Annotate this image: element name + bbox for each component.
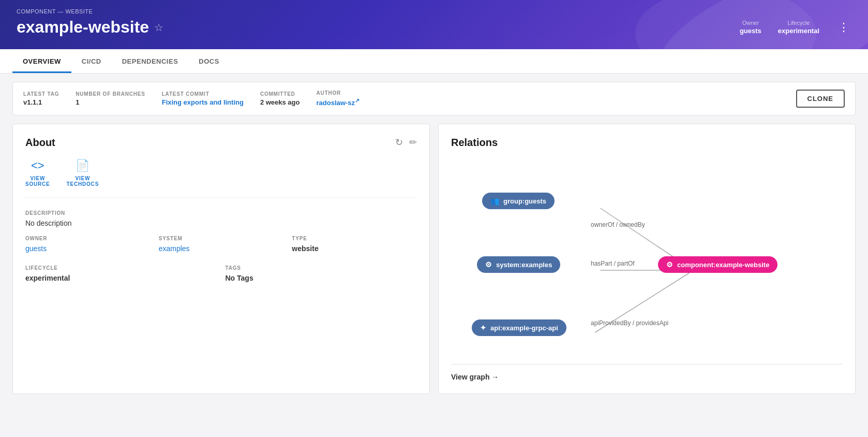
haspart-label: hasPart / partOf <box>591 260 635 267</box>
tags-value: No Tags <box>226 274 417 282</box>
relations-title: Relations <box>451 137 843 149</box>
tab-cicd[interactable]: CI/CD <box>71 49 112 73</box>
author-field: AUTHOR radoslaw-sz↗ <box>316 90 359 107</box>
edit-icon[interactable]: ✏ <box>409 137 417 148</box>
main-content: LATEST TAG v1.1.1 NUMBER OF BRANCHES 1 L… <box>0 74 868 402</box>
system-value[interactable]: examples <box>159 244 284 253</box>
view-techdocs-link[interactable]: 📄 VIEWTECHDOCS <box>67 159 99 187</box>
view-graph-link[interactable]: View graph → <box>451 364 843 381</box>
description-label: DESCRIPTION <box>25 210 417 216</box>
graph-node-group-guests[interactable]: 👥 group:guests <box>482 193 555 209</box>
refresh-icon[interactable]: ↻ <box>395 137 403 148</box>
latest-tag-label: LATEST TAG <box>23 91 59 97</box>
committed-field: COMMITTED 2 weeks ago <box>260 91 300 106</box>
lifecycle-value: experimental <box>778 27 819 35</box>
relations-card: Relations 👥 group:guests ownerOf / owned… <box>438 124 856 394</box>
owner-label: Owner <box>740 20 761 26</box>
group-guests-label: group:guests <box>503 197 546 205</box>
api-grpc-label: api:example-grpc-api <box>490 324 558 332</box>
lifecycle-section-label: LIFECYCLE <box>25 265 217 271</box>
latest-commit-field: LATEST COMMIT Fixing exports and linting <box>162 91 244 106</box>
system-icon: ⚙ <box>485 260 492 269</box>
graph-node-api-grpc[interactable]: ✦ api:example-grpc-api <box>472 319 566 336</box>
nav-tabs: OVERVIEW CI/CD DEPENDENCIES DOCS <box>0 49 868 74</box>
description-section: DESCRIPTION No description <box>25 210 417 227</box>
view-source-label: VIEWSOURCE <box>25 176 50 187</box>
about-actions: ↻ ✏ <box>395 137 417 148</box>
component-website-label: component:example-website <box>677 261 769 269</box>
source-code-icon: <> <box>31 159 44 172</box>
about-links: <> VIEWSOURCE 📄 VIEWTECHDOCS <box>25 159 417 198</box>
header-metadata: Owner guests Lifecycle experimental ⋮ <box>740 19 851 36</box>
relations-graph: 👥 group:guests ownerOf / ownedBy ⚙ syste… <box>451 159 843 356</box>
committed-label: COMMITTED <box>260 91 300 97</box>
tab-dependencies[interactable]: DEPENDENCIES <box>112 49 189 73</box>
about-title: About <box>25 137 55 149</box>
type-value: website <box>292 244 417 253</box>
system-section: SYSTEM examples <box>159 236 284 261</box>
document-icon: 📄 <box>76 159 89 172</box>
owner-meta: Owner guests <box>740 20 761 35</box>
author-label: AUTHOR <box>316 90 359 96</box>
branches-label: NUMBER OF BRANCHES <box>76 91 145 97</box>
tab-overview[interactable]: OVERVIEW <box>12 49 71 73</box>
favorite-icon[interactable]: ☆ <box>154 21 163 34</box>
description-value: No description <box>25 219 417 227</box>
content-columns: About ↻ ✏ <> VIEWSOURCE 📄 VIEWTECHDOCS D… <box>12 124 856 394</box>
lifecycle-label: Lifecycle <box>778 20 819 26</box>
owner-section-value[interactable]: guests <box>25 244 151 253</box>
group-icon: 👥 <box>490 197 499 205</box>
lifecycle-section: LIFECYCLE experimental <box>25 265 217 290</box>
committed-value: 2 weeks ago <box>260 98 300 106</box>
latest-commit-value[interactable]: Fixing exports and linting <box>162 98 244 106</box>
branches-field: NUMBER OF BRANCHES 1 <box>76 91 145 106</box>
api-icon: ✦ <box>480 324 486 332</box>
type-label: TYPE <box>292 236 417 241</box>
graph-node-system-examples[interactable]: ⚙ system:examples <box>477 256 560 273</box>
breadcrumb: COMPONENT — WEBSITE <box>17 8 851 14</box>
component-icon: ⚙ <box>666 260 673 269</box>
lifecycle-meta: Lifecycle experimental <box>778 20 819 35</box>
latest-tag-value: v1.1.1 <box>23 98 59 106</box>
view-source-link[interactable]: <> VIEWSOURCE <box>25 159 50 187</box>
view-techdocs-label: VIEWTECHDOCS <box>67 176 99 187</box>
apiprovidedby-label: apiProvidedBy / providesApi <box>591 319 668 327</box>
author-value[interactable]: radoslaw-sz↗ <box>316 97 359 107</box>
about-header: About ↻ ✏ <box>25 137 417 159</box>
owner-section: OWNER guests <box>25 236 151 261</box>
git-info-bar: LATEST TAG v1.1.1 NUMBER OF BRANCHES 1 L… <box>12 82 856 115</box>
graph-node-component-website[interactable]: ⚙ component:example-website <box>658 256 777 273</box>
tab-docs[interactable]: DOCS <box>188 49 230 73</box>
type-section: TYPE website <box>292 236 417 261</box>
latest-tag-field: LATEST TAG v1.1.1 <box>23 91 59 106</box>
meta-grid-bottom: LIFECYCLE experimental TAGS No Tags <box>25 265 417 290</box>
page-title: example-website <box>17 18 149 37</box>
ownerof-label: ownerOf / ownedBy <box>591 221 645 228</box>
system-label: SYSTEM <box>159 236 284 241</box>
tags-section: TAGS No Tags <box>226 265 417 290</box>
tags-label: TAGS <box>226 265 417 271</box>
meta-grid-top: OWNER guests SYSTEM examples TYPE websit… <box>25 236 417 261</box>
branches-value: 1 <box>76 98 145 106</box>
latest-commit-label: LATEST COMMIT <box>162 91 244 97</box>
page-header: COMPONENT — WEBSITE example-website ☆ Ow… <box>0 0 868 49</box>
lifecycle-section-value: experimental <box>25 274 217 282</box>
view-graph-label: View graph → <box>451 373 499 381</box>
about-card: About ↻ ✏ <> VIEWSOURCE 📄 VIEWTECHDOCS D… <box>12 124 430 394</box>
owner-value: guests <box>740 27 761 35</box>
system-examples-label: system:examples <box>496 261 552 269</box>
more-options-button[interactable]: ⋮ <box>836 19 851 36</box>
owner-section-label: OWNER <box>25 236 151 241</box>
clone-button[interactable]: CLONE <box>796 90 845 108</box>
